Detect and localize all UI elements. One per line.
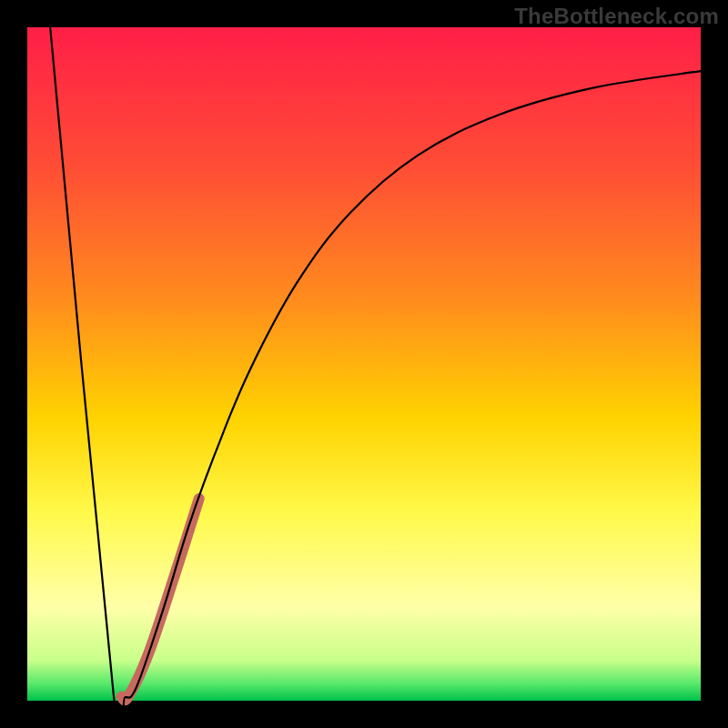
chart-frame: TheBottleneck.com <box>0 0 728 728</box>
plot-background <box>27 27 701 701</box>
chart-plot <box>0 0 728 728</box>
